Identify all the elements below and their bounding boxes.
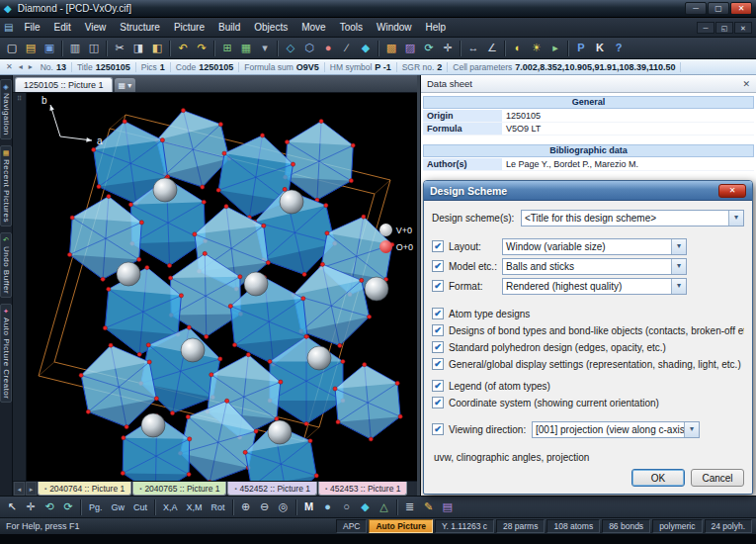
- chevron-down-icon[interactable]: ▾: [684, 422, 699, 437]
- list-icon[interactable]: ≣: [401, 499, 419, 516]
- close-icon[interactable]: ✕: [742, 79, 750, 89]
- legend-of-atom-types-checkbox[interactable]: ✔: [432, 380, 444, 392]
- zoom-out-icon[interactable]: ⊖: [256, 499, 274, 516]
- sphere-style-icon[interactable]: ●: [319, 499, 337, 516]
- redo-icon[interactable]: ↷: [193, 40, 210, 57]
- menu-build[interactable]: Build: [211, 20, 247, 35]
- new-file-icon[interactable]: ▢: [3, 40, 21, 57]
- rotate-left-icon[interactable]: ⟲: [41, 499, 58, 516]
- menu-help[interactable]: Help: [419, 20, 454, 35]
- mdi-close-button[interactable]: ✕: [734, 22, 752, 34]
- format-select[interactable]: Rendered (highest quality)▾: [502, 278, 687, 295]
- picture-tab-2040765-picture-1[interactable]: ▪2040765 :: Picture 1: [132, 482, 226, 496]
- model-etc-select[interactable]: Balls and sticks▾: [502, 258, 687, 275]
- save-icon[interactable]: ▣: [41, 40, 58, 57]
- xa-mode-button[interactable]: X,A: [159, 502, 182, 512]
- sidebar-tab-navigation[interactable]: ◈Navigation: [0, 79, 12, 139]
- picture-tab-2040764-picture-1[interactable]: ▪2040764 :: Picture 1: [38, 482, 131, 496]
- sidebar-tab-undo-buffer[interactable]: ↶Undo Buffer: [0, 232, 12, 298]
- mdi-minimize-button[interactable]: ─: [697, 22, 714, 34]
- measure-button[interactable]: M: [300, 499, 318, 516]
- render-quality-icon[interactable]: ◐: [509, 40, 527, 57]
- layout-checkbox[interactable]: ✔: [432, 240, 444, 252]
- help-pointer-icon[interactable]: ?: [610, 40, 628, 57]
- packing-icon[interactable]: ▨: [401, 40, 419, 57]
- cut-mode-button[interactable]: Cut: [129, 502, 151, 512]
- zoom-in-icon[interactable]: ⊕: [237, 499, 255, 516]
- prev-structure-icon[interactable]: ◂: [16, 62, 26, 71]
- menu-view[interactable]: View: [78, 20, 114, 35]
- menu-picture[interactable]: Picture: [167, 20, 211, 35]
- maximize-button[interactable]: ▢: [708, 2, 729, 15]
- structure-list-icon[interactable]: ▦: [237, 40, 255, 57]
- open-file-icon[interactable]: ▤: [22, 40, 40, 57]
- add-atom-icon[interactable]: ●: [319, 40, 337, 57]
- active-picture-tab[interactable]: 1250105 :: Picture 1: [15, 77, 113, 92]
- viewing-direction-checkbox[interactable]: ✔: [432, 423, 444, 435]
- picture-options-tab[interactable]: ▦ ▾: [115, 78, 136, 92]
- layers-icon[interactable]: ▤: [439, 499, 457, 516]
- chevron-down-icon[interactable]: ▾: [671, 279, 686, 294]
- rot-mode-button[interactable]: Rot: [208, 502, 229, 512]
- move-view-icon[interactable]: ✛: [439, 40, 457, 57]
- menu-tools[interactable]: Tools: [333, 20, 370, 35]
- dialog-title-bar[interactable]: Design Scheme ✕: [424, 181, 752, 201]
- sidebar-tab-auto-picture-creator[interactable]: ✦Auto Picture Creator: [0, 304, 12, 403]
- add-bond-icon[interactable]: ∕: [338, 40, 356, 57]
- global-view-button[interactable]: Gw: [108, 502, 129, 512]
- select-pointer-icon[interactable]: ↖: [3, 499, 21, 516]
- mdi-restore-button[interactable]: ◱: [715, 22, 733, 34]
- print-preview-icon[interactable]: ◫: [85, 40, 103, 57]
- tabs-scroll-left-icon[interactable]: ◂: [14, 482, 25, 496]
- designs-of-bond-types-and-bond-like-obje-checkbox[interactable]: ✔: [432, 324, 444, 336]
- layout-select[interactable]: Window (variable size)▾: [502, 238, 687, 255]
- menu-window[interactable]: Window: [370, 20, 419, 35]
- target-icon[interactable]: ◎: [275, 499, 293, 516]
- format-checkbox[interactable]: ✔: [432, 280, 444, 292]
- copy-icon[interactable]: ◨: [129, 40, 147, 57]
- title-bar[interactable]: ◆ Diamond - [PCD-VxOy.cif] ─▢✕: [0, 0, 756, 18]
- measure-distance-icon[interactable]: ↔: [464, 40, 482, 57]
- design-scheme-select[interactable]: <Title for this design scheme>▾: [521, 210, 744, 227]
- menu-edit[interactable]: Edit: [47, 20, 78, 35]
- chevron-down-icon[interactable]: ▾: [671, 259, 686, 274]
- menu-objects[interactable]: Objects: [247, 20, 294, 35]
- menu-structure[interactable]: Structure: [113, 20, 167, 35]
- new-structure-icon[interactable]: ◇: [282, 40, 299, 57]
- minimize-button[interactable]: ─: [685, 2, 707, 15]
- tetra-style-icon[interactable]: △: [376, 499, 393, 516]
- picture-tab-452452-picture-1[interactable]: ▪452452 :: Picture 1: [227, 482, 317, 496]
- page-mode-button[interactable]: Pg.: [85, 502, 107, 512]
- table-dropdown-icon[interactable]: ▾: [256, 40, 274, 57]
- cut-icon[interactable]: ✂: [111, 40, 128, 57]
- document-system-icon[interactable]: ▤: [4, 22, 13, 33]
- lighting-icon[interactable]: ☀: [528, 40, 546, 57]
- k-vector-icon[interactable]: K: [591, 40, 609, 57]
- point-group-icon[interactable]: P: [572, 40, 590, 57]
- model-etc-checkbox[interactable]: ✔: [432, 260, 444, 272]
- chevron-down-icon[interactable]: ▾: [728, 211, 743, 226]
- sidebar-tab-recent-pictures[interactable]: ▦Recent Pictures: [0, 145, 12, 227]
- atom-type-designs-checkbox[interactable]: ✔: [432, 308, 444, 319]
- build-molecule-icon[interactable]: ⬡: [300, 40, 318, 57]
- wire-style-icon[interactable]: ○: [338, 499, 356, 516]
- rotate-view-icon[interactable]: ⟳: [420, 40, 438, 57]
- measure-angle-icon[interactable]: ∠: [483, 40, 501, 57]
- xm-mode-button[interactable]: X,M: [183, 502, 207, 512]
- standard-polyhedron-design-edges-opacity-checkbox[interactable]: ✔: [432, 341, 444, 353]
- menu-move[interactable]: Move: [294, 20, 332, 35]
- pan-icon[interactable]: ✛: [22, 499, 40, 516]
- chevron-down-icon[interactable]: ▾: [671, 239, 686, 254]
- coordinate-system-showing-current-orient-checkbox[interactable]: ✔: [432, 397, 444, 408]
- canvas-gutter[interactable]: ⠿: [13, 93, 27, 481]
- general-global-display-settings-represen-checkbox[interactable]: ✔: [432, 358, 444, 370]
- picture-canvas[interactable]: ab V+0O+0: [27, 93, 417, 481]
- close-infobar-icon[interactable]: ✕: [3, 62, 16, 71]
- cancel-button[interactable]: Cancel: [691, 469, 744, 487]
- tabs-scroll-right-icon[interactable]: ▸: [26, 482, 37, 496]
- fill-cell-icon[interactable]: ▩: [382, 40, 400, 57]
- next-structure-icon[interactable]: ▸: [26, 62, 36, 71]
- animation-icon[interactable]: ▸: [546, 40, 564, 57]
- picture-tab-452453-picture-1[interactable]: ▪452453 :: Picture 1: [318, 482, 408, 496]
- undo-icon[interactable]: ↶: [174, 40, 192, 57]
